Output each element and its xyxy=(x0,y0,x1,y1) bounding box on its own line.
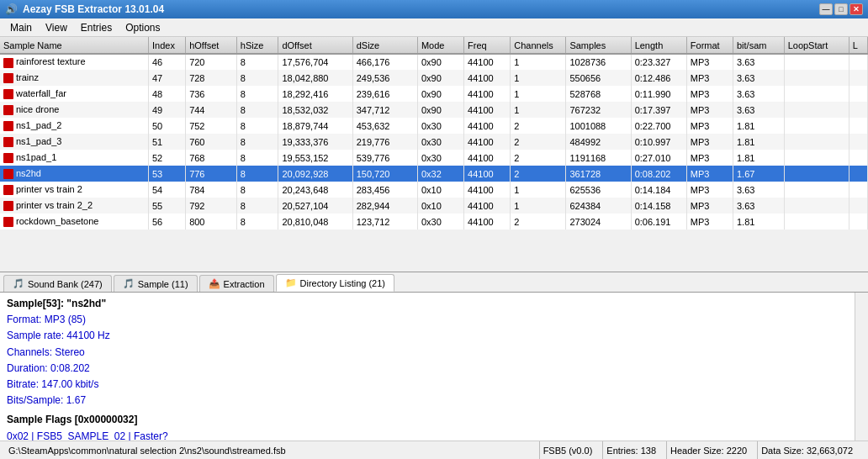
col-index[interactable]: Index xyxy=(149,37,186,54)
sample-icon xyxy=(3,121,13,131)
title-bar-controls: — □ ✕ xyxy=(819,3,863,15)
table-row[interactable]: nice drone49744818,532,032347,7120x90441… xyxy=(0,102,868,118)
menu-view[interactable]: View xyxy=(39,20,74,35)
sample-icon xyxy=(3,217,13,227)
info-line: Format: MP3 (85) xyxy=(7,312,848,328)
sample-icon xyxy=(3,137,13,147)
table-row[interactable]: printer vs train 254784820,243,648283,45… xyxy=(0,182,868,198)
info-panel: Sample[53]: "ns2hd"Format: MP3 (85)Sampl… xyxy=(0,293,868,441)
app-title: Aezay FSB Extractor 13.01.04 xyxy=(23,3,164,15)
info-line: Sample[53]: "ns2hd" xyxy=(7,296,848,312)
sample-icon xyxy=(3,58,13,68)
col-hsize[interactable]: hSize xyxy=(236,37,278,54)
table-row[interactable]: ns1_pad_250752818,879,744453,6320x304410… xyxy=(0,118,868,134)
info-line: Sample Flags [0x00000032] xyxy=(7,412,848,428)
table-row[interactable]: trainz47728818,042,880249,5360x904410015… xyxy=(0,70,868,86)
info-scrollbar[interactable] xyxy=(855,293,868,441)
menu-bar: Main View Entries Options xyxy=(0,18,868,37)
title-bar: 🔊 Aezay FSB Extractor 13.01.04 — □ ✕ xyxy=(0,0,868,18)
tab-2[interactable]: 📤Extraction xyxy=(199,275,274,292)
tabs-area: 🎵Sound Bank (247)🎵Sample (11)📤Extraction… xyxy=(0,272,868,293)
info-line: Bitrate: 147.00 kbit/s xyxy=(7,377,848,393)
col-length[interactable]: Length xyxy=(631,37,686,54)
sample-icon xyxy=(3,169,13,179)
status-path: G:\SteamApps\common\natural selection 2\… xyxy=(5,441,540,459)
info-content[interactable]: Sample[53]: "ns2hd"Format: MP3 (85)Sampl… xyxy=(0,293,855,441)
col-samples[interactable]: Samples xyxy=(566,37,631,54)
menu-entries[interactable]: Entries xyxy=(74,20,119,35)
info-line: Duration: 0:08.202 xyxy=(7,361,848,377)
menu-main[interactable]: Main xyxy=(3,20,39,35)
sample-icon xyxy=(3,185,13,195)
table-area: Sample Name Index hOffset hSize dOffset … xyxy=(0,37,868,272)
col-dsize[interactable]: dSize xyxy=(352,37,417,54)
status-format: FSB5 (v0.0) xyxy=(540,441,604,459)
info-line: 0x02 | FSB5_SAMPLE_02 | Faster? xyxy=(7,429,848,441)
col-format[interactable]: Format xyxy=(686,37,733,54)
col-freq[interactable]: Freq xyxy=(464,37,511,54)
maximize-button[interactable]: □ xyxy=(834,3,848,15)
col-hoffset[interactable]: hOffset xyxy=(186,37,237,54)
table-header-row: Sample Name Index hOffset hSize dOffset … xyxy=(0,37,868,54)
table-row[interactable]: rainforest texture46720817,576,704466,17… xyxy=(0,54,868,70)
info-line: Sample rate: 44100 Hz xyxy=(7,328,848,344)
tab-label-1: Sample (11) xyxy=(138,279,188,289)
sample-icon xyxy=(3,73,13,83)
info-line: Channels: Stereo xyxy=(7,345,848,361)
table-row[interactable]: ns2hd53776820,092,928150,7200x3244100236… xyxy=(0,166,868,182)
close-button[interactable]: ✕ xyxy=(849,3,863,15)
table-body: rainforest texture46720817,576,704466,17… xyxy=(0,54,868,230)
tab-1[interactable]: 🎵Sample (11) xyxy=(114,275,198,292)
tab-label-3: Directory Listing (21) xyxy=(300,278,385,288)
tab-label-0: Sound Bank (247) xyxy=(28,279,103,289)
table-row[interactable]: waterfall_far48736818,292,416239,6160x90… xyxy=(0,86,868,102)
main-content: Sample Name Index hOffset hSize dOffset … xyxy=(0,37,868,459)
col-bitsam[interactable]: bit/sam xyxy=(733,37,784,54)
table-row[interactable]: printer vs train 2_255792820,527,104282,… xyxy=(0,198,868,214)
tab-label-2: Extraction xyxy=(224,279,265,289)
sample-icon xyxy=(3,153,13,163)
tab-icon-2: 📤 xyxy=(209,278,220,289)
tab-icon-0: 🎵 xyxy=(13,278,24,289)
col-mode[interactable]: Mode xyxy=(417,37,463,54)
samples-table: Sample Name Index hOffset hSize dOffset … xyxy=(0,37,868,230)
tab-3[interactable]: 📁Directory Listing (21) xyxy=(276,274,394,292)
sample-icon xyxy=(3,89,13,99)
table-row[interactable]: rockdown_basetone56800820,810,048123,712… xyxy=(0,214,868,230)
table-row[interactable]: ns1pad_152768819,553,152539,7760x3044100… xyxy=(0,150,868,166)
tab-0[interactable]: 🎵Sound Bank (247) xyxy=(3,275,112,292)
col-l[interactable]: L xyxy=(849,37,867,54)
sample-icon xyxy=(3,105,13,115)
table-container[interactable]: Sample Name Index hOffset hSize dOffset … xyxy=(0,37,868,272)
sample-icon xyxy=(3,201,13,211)
tab-icon-1: 🎵 xyxy=(123,278,135,289)
tab-icon-3: 📁 xyxy=(285,277,297,288)
status-header-size: Header Size: 2220 xyxy=(667,441,758,459)
status-bar: G:\SteamApps\common\natural selection 2\… xyxy=(0,441,868,459)
minimize-button[interactable]: — xyxy=(819,3,833,15)
col-channels[interactable]: Channels xyxy=(511,37,566,54)
col-loopstart[interactable]: LoopStart xyxy=(784,37,849,54)
table-row[interactable]: ns1_pad_351760819,333,376219,7760x304410… xyxy=(0,134,868,150)
info-line: Bits/Sample: 1.67 xyxy=(7,393,848,409)
title-bar-left: 🔊 Aezay FSB Extractor 13.01.04 xyxy=(5,3,164,15)
menu-options[interactable]: Options xyxy=(119,20,167,35)
col-doffset[interactable]: dOffset xyxy=(278,37,352,54)
app-icon: 🔊 xyxy=(5,3,18,15)
col-sample-name[interactable]: Sample Name xyxy=(0,37,149,54)
status-data-size: Data Size: 32,663,072 xyxy=(758,441,863,459)
status-entries: Entries: 138 xyxy=(603,441,667,459)
